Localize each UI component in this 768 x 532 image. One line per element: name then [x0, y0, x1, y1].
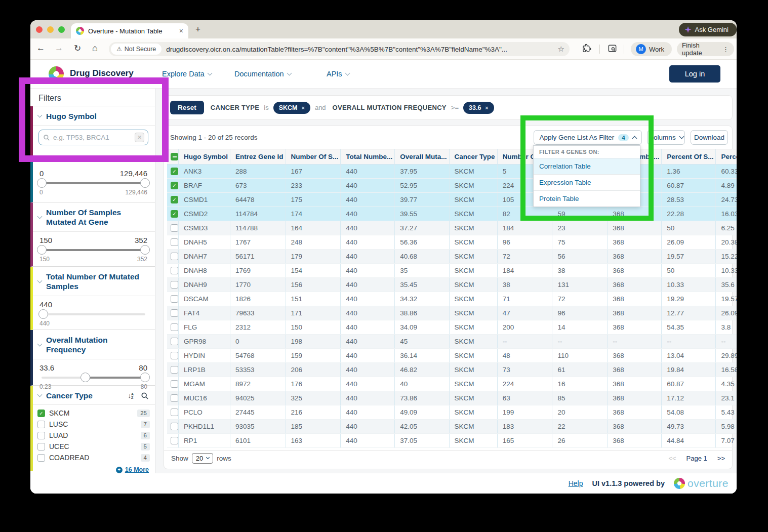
- back-icon[interactable]: ←: [36, 43, 45, 53]
- omf-range-slider[interactable]: [42, 377, 145, 379]
- minimize-window-button[interactable]: [47, 26, 54, 33]
- facet-omf-title[interactable]: Overall Mutation Frequency: [33, 330, 155, 359]
- finish-update-button[interactable]: Finish update ⋮: [677, 42, 734, 56]
- row-checkbox-unchecked[interactable]: [171, 281, 178, 289]
- row-checkbox-unchecked[interactable]: [171, 366, 178, 374]
- total-samples-handle[interactable]: [38, 309, 48, 319]
- help-link[interactable]: Help: [569, 479, 583, 487]
- show-more-link[interactable]: 16 More: [125, 466, 149, 473]
- browser-tab[interactable]: Overture - Mutation Table ×: [71, 23, 188, 38]
- entrez-slider-handle-max[interactable]: [140, 178, 150, 188]
- filter-value-pill-2[interactable]: 33.6 ×: [463, 102, 494, 114]
- row-checkbox-unchecked[interactable]: [171, 352, 178, 359]
- total-samples-slider[interactable]: [42, 313, 145, 315]
- checkbox-unchecked[interactable]: [37, 454, 45, 462]
- cancer-type-option-luad[interactable]: LUAD6: [33, 430, 155, 441]
- omf-handle-max[interactable]: [140, 373, 150, 382]
- download-button[interactable]: Download: [691, 130, 728, 145]
- column-header[interactable]: Overall Muta...: [395, 149, 449, 165]
- row-checkbox-unchecked[interactable]: [171, 423, 178, 430]
- nav-item-explore-data[interactable]: Explore Data: [162, 70, 212, 78]
- column-header[interactable]: Total Numbe...: [341, 149, 395, 165]
- table-cell: --: [608, 335, 662, 349]
- browser-menu-dots-icon[interactable]: ⋮: [722, 46, 729, 53]
- bookmark-star-icon[interactable]: ☆: [558, 45, 564, 54]
- sort-icon[interactable]: ↓ AZ: [128, 392, 134, 400]
- facet-num-samples-title[interactable]: Number Of Samples Mutated At Gene: [33, 202, 155, 232]
- column-header[interactable]: Number Of S...: [286, 149, 341, 165]
- table-cell: 368: [608, 377, 662, 391]
- table-cell: 37.27: [395, 221, 449, 235]
- filter-field-1: CANCER TYPE: [211, 104, 259, 111]
- side-panel-icon[interactable]: [608, 44, 617, 53]
- not-secure-chip[interactable]: ⚠ Not Secure: [111, 44, 161, 55]
- column-header[interactable]: Entrez Gene Id: [230, 149, 286, 165]
- row-checkbox-unchecked[interactable]: [171, 323, 178, 331]
- facet-cancer-title[interactable]: Cancer Type ↓ AZ: [33, 386, 155, 405]
- profile-chip[interactable]: M Work: [631, 42, 672, 56]
- cancer-type-option-ucec[interactable]: UCEC5: [33, 441, 155, 452]
- row-checkbox-unchecked[interactable]: [171, 437, 178, 444]
- row-checkbox-unchecked[interactable]: [171, 338, 178, 345]
- num-samples-handle-max[interactable]: [140, 245, 150, 255]
- ask-gemini-button[interactable]: Ask Gemini: [679, 23, 737, 36]
- forward-icon[interactable]: →: [55, 43, 63, 53]
- table-cell: 198: [286, 335, 341, 349]
- table-cell: 6.25: [716, 221, 737, 235]
- checkbox-checked[interactable]: ✓: [37, 410, 45, 417]
- cancer-type-option-skcm[interactable]: ✓SKCM25: [33, 407, 155, 419]
- cancer-type-option-lusc[interactable]: LUSC7: [33, 419, 155, 430]
- row-checkbox-checked[interactable]: ✓: [171, 182, 178, 189]
- remove-filter-icon[interactable]: ×: [485, 105, 488, 111]
- num-samples-range-slider[interactable]: [42, 249, 145, 251]
- row-checkbox-unchecked[interactable]: [171, 408, 178, 416]
- facet-total-title[interactable]: Total Number Of Mutated Samples: [33, 267, 155, 296]
- nav-item-documentation[interactable]: Documentation: [234, 70, 291, 78]
- column-header[interactable]: Percent Of S...: [662, 149, 716, 165]
- cancer-type-option-coadread[interactable]: COADREAD4: [33, 452, 155, 463]
- extensions-icon[interactable]: [582, 44, 591, 53]
- login-button[interactable]: Log in: [669, 65, 720, 83]
- checkbox-unchecked[interactable]: [37, 443, 45, 451]
- row-checkbox-unchecked[interactable]: [171, 295, 178, 303]
- table-cell: 19.57: [662, 250, 716, 264]
- filter-value-pill-1[interactable]: SKCM ×: [273, 102, 310, 114]
- row-checkbox-checked[interactable]: ✓: [171, 168, 178, 175]
- select-all-checkbox[interactable]: [171, 153, 178, 160]
- reload-icon[interactable]: ↻: [74, 43, 81, 54]
- reset-button[interactable]: Reset: [170, 101, 204, 114]
- row-checkbox-unchecked[interactable]: [171, 380, 178, 388]
- row-checkbox-unchecked[interactable]: [171, 253, 178, 260]
- next-page-button[interactable]: >>: [717, 455, 725, 462]
- entrez-min-value: 0: [39, 169, 44, 178]
- entrez-slider-handle-min[interactable]: [37, 178, 47, 188]
- address-bar[interactable]: ⚠ Not Secure drugdiscovery.oicr.on.ca/mu…: [109, 42, 570, 56]
- tab-close-icon[interactable]: ×: [179, 27, 183, 35]
- omf-handle-min[interactable]: [80, 373, 90, 382]
- row-checkbox-unchecked[interactable]: [171, 394, 178, 402]
- row-checkbox-unchecked[interactable]: [171, 224, 178, 232]
- home-icon[interactable]: ⌂: [92, 43, 98, 54]
- close-window-button[interactable]: [36, 26, 43, 33]
- remove-filter-icon[interactable]: ×: [301, 105, 304, 111]
- entrez-range-slider[interactable]: [42, 182, 145, 184]
- gemini-sparkle-icon: [685, 26, 692, 33]
- column-header[interactable]: Cancer Type: [449, 149, 497, 165]
- search-icon[interactable]: [141, 392, 149, 400]
- record-count-text: Showing 1 - 20 of 25 records: [170, 134, 258, 141]
- column-header[interactable]: Percent Of S.: [716, 149, 737, 165]
- new-tab-button[interactable]: +: [195, 24, 200, 34]
- row-checkbox-unchecked[interactable]: [171, 267, 178, 274]
- checkbox-unchecked[interactable]: [37, 421, 45, 428]
- first-page-button[interactable]: <<: [668, 455, 676, 462]
- row-checkbox-unchecked[interactable]: [171, 309, 178, 317]
- row-checkbox-checked[interactable]: ✓: [171, 196, 178, 203]
- row-checkbox-unchecked[interactable]: [171, 238, 178, 246]
- page-size-select[interactable]: 20: [192, 453, 213, 464]
- nav-item-apis[interactable]: APIs: [327, 70, 349, 78]
- row-checkbox-checked[interactable]: ✓: [171, 210, 178, 218]
- maximize-window-button[interactable]: [58, 26, 65, 33]
- column-header[interactable]: Hugo Symbol: [179, 149, 230, 165]
- num-samples-handle-min[interactable]: [37, 245, 47, 255]
- checkbox-unchecked[interactable]: [37, 432, 45, 439]
